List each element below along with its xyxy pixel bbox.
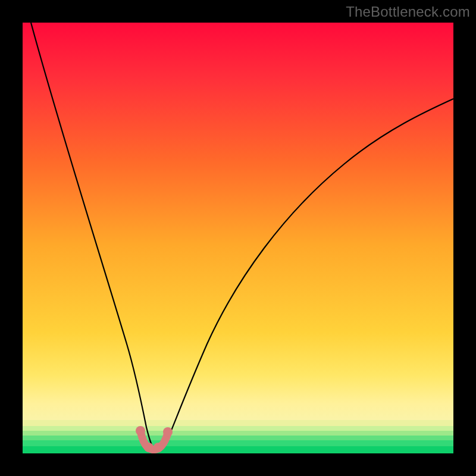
marker-left (136, 426, 145, 436)
watermark-text: TheBottleneck.com (346, 4, 470, 20)
bottleneck-curve (31, 23, 453, 451)
marker-right (163, 427, 173, 437)
curve-layer (23, 23, 453, 453)
marker-mid1 (144, 443, 154, 452)
chart-frame: TheBottleneck.com (0, 0, 476, 476)
marker-mid2 (154, 443, 163, 452)
plot-area (23, 23, 453, 453)
